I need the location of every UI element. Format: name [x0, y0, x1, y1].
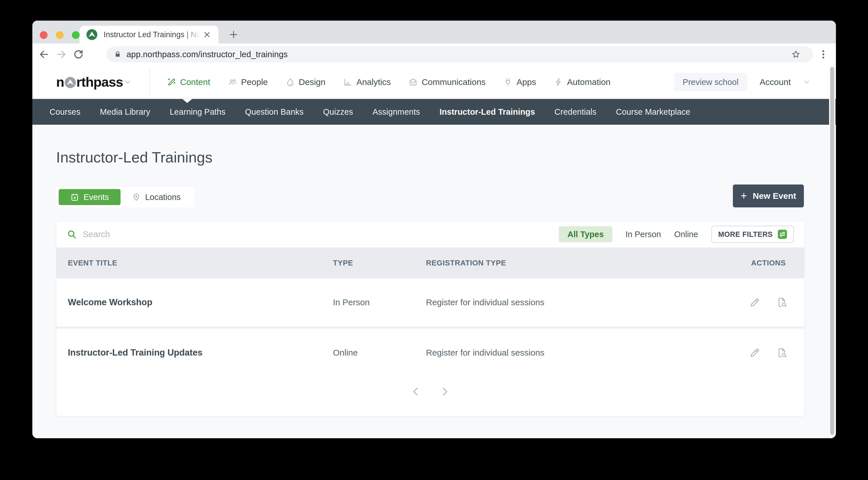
nav-apps-label: Apps	[517, 77, 536, 87]
plus-icon: +	[741, 190, 747, 201]
subnav-learning-paths[interactable]: Learning Paths	[170, 107, 225, 117]
event-title: Welcome Workshop	[68, 297, 333, 308]
automation-lightning-icon	[554, 77, 563, 87]
account-menu[interactable]: Account	[760, 77, 811, 87]
zoom-window-button[interactable]	[72, 31, 80, 39]
new-tab-icon[interactable]	[229, 30, 239, 39]
events-table-card: All Types In Person Online MORE FILTERS …	[56, 221, 804, 416]
search-input[interactable]	[83, 230, 254, 239]
account-chevron-icon	[803, 78, 811, 86]
page-title: Instructor-Led Trainings	[56, 149, 212, 166]
new-event-button[interactable]: + New Event	[733, 184, 804, 207]
search-filter-bar: All Types In Person Online MORE FILTERS	[56, 221, 804, 247]
school-switcher-chevron-icon[interactable]	[123, 78, 132, 87]
nav-automation[interactable]: Automation	[554, 77, 611, 87]
pagination	[56, 377, 804, 416]
event-registration-type: Register for individual sessions	[426, 298, 744, 307]
content-subnav: Courses Media Library Learning Paths Que…	[32, 99, 836, 125]
event-type: Online	[333, 348, 426, 357]
nav-communications[interactable]: Communications	[408, 77, 486, 87]
events-toggle-label: Events	[84, 193, 109, 202]
subnav-courses[interactable]: Courses	[50, 107, 81, 117]
row-separator	[56, 327, 804, 329]
northpass-logo-mark-icon	[64, 77, 76, 89]
northpass-logo: nrthpass	[56, 74, 123, 90]
browser-tab[interactable]: Instructor Led Trainings | North	[80, 26, 218, 43]
column-type: TYPE	[333, 259, 426, 268]
new-event-label: New Event	[753, 191, 796, 201]
nav-design-label: Design	[299, 77, 326, 87]
nav-analytics-label: Analytics	[356, 77, 391, 87]
subnav-quizzes[interactable]: Quizzes	[323, 107, 353, 117]
scrollbar-track[interactable]	[829, 65, 835, 438]
events-toggle-button[interactable]: Events	[59, 189, 121, 205]
row-actions	[744, 297, 793, 308]
preview-document-icon[interactable]	[776, 297, 787, 308]
subnav-question-banks[interactable]: Question Banks	[245, 107, 304, 117]
more-filters-button[interactable]: MORE FILTERS	[711, 226, 794, 243]
event-type: In Person	[333, 298, 426, 307]
reload-icon[interactable]	[73, 49, 84, 60]
column-registration-type: REGISTRATION TYPE	[426, 259, 744, 268]
header-divider	[149, 68, 150, 96]
event-registration-type: Register for individual sessions	[426, 348, 744, 357]
subnav-assignments[interactable]: Assignments	[372, 107, 420, 117]
nav-analytics[interactable]: Analytics	[343, 77, 391, 87]
people-icon	[228, 77, 237, 87]
northpass-favicon-icon	[87, 29, 97, 40]
type-filters: All Types In Person Online MORE FILTERS	[559, 226, 794, 243]
logo-text-prefix: n	[56, 74, 64, 90]
next-page-icon[interactable]	[439, 386, 451, 397]
nav-apps[interactable]: Apps	[503, 77, 536, 87]
nav-automation-label: Automation	[567, 77, 611, 87]
table-row[interactable]: Welcome Workshop In Person Register for …	[56, 278, 804, 327]
subnav-credentials[interactable]: Credentials	[555, 107, 597, 117]
url-bar[interactable]: app.northpass.com/instructor_led_trainin…	[106, 46, 813, 62]
view-toggle: Events Locations	[55, 186, 195, 208]
nav-people[interactable]: People	[228, 77, 268, 87]
table-row[interactable]: Instructor-Led Training Updates Online R…	[56, 329, 804, 377]
communications-envelope-icon	[408, 77, 418, 87]
table-header: EVENT TITLE TYPE REGISTRATION TYPE ACTIO…	[56, 247, 804, 278]
analytics-chart-icon	[343, 77, 352, 87]
scrollbar-thumb[interactable]	[830, 67, 834, 435]
tab-close-icon[interactable]	[203, 30, 211, 39]
filter-sliders-icon	[778, 230, 787, 239]
column-event-title: EVENT TITLE	[68, 259, 333, 268]
browser-window: Instructor Led Trainings | North app.nor…	[32, 21, 836, 438]
active-section-notch	[182, 99, 192, 103]
filter-all-types[interactable]: All Types	[559, 226, 612, 242]
more-filters-label: MORE FILTERS	[718, 230, 773, 239]
previous-page-icon[interactable]	[410, 386, 422, 397]
filter-online[interactable]: Online	[674, 230, 698, 239]
content-pencil-icon	[167, 77, 176, 87]
bookmark-star-icon[interactable]	[791, 50, 800, 59]
edit-pencil-icon[interactable]	[749, 347, 761, 358]
edit-pencil-icon[interactable]	[749, 297, 761, 308]
browser-menu-icon[interactable]	[819, 50, 828, 59]
locations-toggle-button[interactable]: Locations	[121, 193, 192, 202]
row-actions	[744, 347, 793, 358]
close-window-button[interactable]	[40, 31, 48, 39]
minimize-window-button[interactable]	[56, 31, 64, 39]
nav-design[interactable]: Design	[286, 77, 326, 87]
locations-toggle-label: Locations	[145, 193, 181, 202]
forward-icon[interactable]	[56, 49, 67, 60]
main-nav: Content People Design Analytics Communic…	[167, 65, 611, 99]
tab-strip: Instructor Led Trainings | North	[32, 21, 836, 43]
header-right: Preview school Account	[674, 65, 811, 99]
subnav-course-marketplace[interactable]: Course Marketplace	[616, 107, 690, 117]
search-icon	[67, 229, 77, 239]
app-header: nrthpass Content People Design Analytics	[32, 65, 836, 99]
back-icon[interactable]	[39, 49, 50, 60]
lock-icon	[114, 50, 121, 58]
preview-school-button[interactable]: Preview school	[674, 73, 747, 91]
filter-in-person[interactable]: In Person	[625, 230, 661, 239]
subnav-instructor-led-trainings[interactable]: Instructor-Led Trainings	[439, 107, 535, 117]
nav-content[interactable]: Content	[167, 77, 210, 87]
traffic-lights	[40, 31, 80, 39]
nav-communications-label: Communications	[422, 77, 486, 87]
subnav-media-library[interactable]: Media Library	[100, 107, 150, 117]
apps-plug-icon	[503, 77, 513, 87]
preview-document-icon[interactable]	[776, 347, 787, 358]
